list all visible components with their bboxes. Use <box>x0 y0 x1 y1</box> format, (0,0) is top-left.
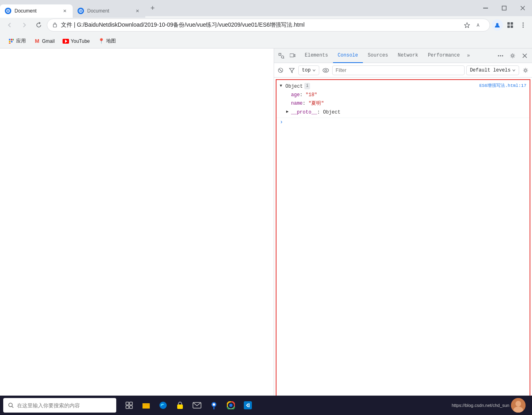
dt-tab-elements[interactable]: Elements <box>300 48 333 63</box>
svg-rect-6 <box>483 8 488 8</box>
obj-age-value: "18" <box>306 91 317 99</box>
console-prompt[interactable]: › <box>276 118 530 126</box>
svg-point-59 <box>213 403 215 406</box>
obj-colon-2: : <box>303 100 308 107</box>
taskbar-explorer-icon[interactable] <box>138 396 154 415</box>
menu-button[interactable] <box>517 19 529 31</box>
devtools-more-button[interactable] <box>495 50 506 61</box>
svg-text:A: A <box>477 23 480 27</box>
taskbar-search-input[interactable] <box>17 402 106 409</box>
svg-rect-49 <box>130 402 132 405</box>
close-button[interactable] <box>513 0 532 16</box>
console-source-link[interactable]: ES6增强写法.html:17 <box>473 82 526 90</box>
taskbar-url-text: https://blog.csdn.net/chd_sun <box>452 403 509 408</box>
dt-more-tabs-button[interactable]: » <box>465 53 472 59</box>
obj-proto-key: __proto__ <box>291 109 317 116</box>
new-tab-button[interactable]: + <box>147 2 158 14</box>
svg-marker-11 <box>465 23 470 28</box>
bookmark-apps[interactable]: 应用 <box>5 36 29 46</box>
devtools-settings-button[interactable] <box>507 50 518 61</box>
taskbar-icons <box>121 396 256 415</box>
taskbar-security-icon[interactable] <box>172 396 188 415</box>
console-settings-button[interactable] <box>521 65 530 75</box>
window-controls <box>476 0 532 16</box>
svg-rect-51 <box>130 406 132 409</box>
obj-proto-row: ▶ __proto__ : Object <box>280 108 473 117</box>
devtools-header-right <box>493 50 532 61</box>
svg-point-46 <box>9 403 13 407</box>
page-area <box>0 48 274 415</box>
taskbar-search-icon <box>8 402 14 408</box>
svg-marker-42 <box>289 68 294 73</box>
profile-button[interactable] <box>492 19 503 31</box>
eye-button[interactable] <box>321 65 331 75</box>
tab-1-close[interactable]: ✕ <box>61 8 68 14</box>
svg-rect-50 <box>126 406 129 409</box>
svg-line-31 <box>283 58 284 59</box>
devtools-close-button[interactable] <box>519 50 530 61</box>
tab-1-favicon <box>5 8 11 14</box>
dt-tab-network[interactable]: Network <box>393 48 423 63</box>
devtools-responsive-button[interactable] <box>287 50 298 61</box>
obj-name-key: name <box>291 100 303 107</box>
taskbar-taskview-icon[interactable] <box>121 396 137 415</box>
obj-name-value: "夏明" <box>308 100 324 107</box>
bookmark-star-button[interactable] <box>461 19 473 31</box>
taskbar-chrome-icon[interactable] <box>223 396 239 415</box>
taskbar: https://blog.csdn.net/chd_sun <box>0 396 532 415</box>
taskbar-mail-icon[interactable] <box>189 396 205 415</box>
clear-console-button[interactable] <box>276 65 285 75</box>
svg-rect-26 <box>9 43 10 44</box>
forward-button[interactable] <box>18 19 31 32</box>
log-levels-selector[interactable]: Default levels <box>466 65 519 75</box>
tab-2-favicon <box>77 8 84 14</box>
obj-proto-colon: : <box>317 109 323 116</box>
minimize-button[interactable] <box>476 0 495 16</box>
svg-line-47 <box>12 407 14 408</box>
svg-rect-16 <box>507 25 510 28</box>
translate-button[interactable]: A <box>473 19 485 31</box>
console-caret-icon: › <box>280 119 283 125</box>
gmail-icon: M <box>34 38 40 44</box>
taskbar-vscode-icon[interactable] <box>240 396 256 415</box>
dt-tab-sources[interactable]: Sources <box>363 48 393 63</box>
svg-point-44 <box>325 69 327 71</box>
devtools-inspect-button[interactable] <box>276 50 287 61</box>
taskbar-edge-icon[interactable] <box>155 396 171 415</box>
filter-input[interactable] <box>332 65 465 75</box>
address-actions: A <box>461 19 485 31</box>
tab-1-title: Document <box>15 8 58 14</box>
svg-rect-63 <box>244 401 252 409</box>
obj-expand-root[interactable]: ▼ <box>280 83 285 89</box>
reload-button[interactable] <box>32 19 45 32</box>
back-button[interactable] <box>3 19 16 32</box>
bookmark-youtube-label: YouTube <box>71 38 90 44</box>
extensions-button[interactable] <box>505 19 516 31</box>
bookmark-maps[interactable]: 📍 地图 <box>95 36 119 46</box>
context-selector[interactable]: top <box>298 65 319 75</box>
dt-tab-performance[interactable]: Performance <box>423 48 465 63</box>
dt-tab-console[interactable]: Console <box>333 48 363 63</box>
avatar-image <box>511 398 526 413</box>
taskbar-avatar[interactable] <box>511 398 526 413</box>
tab-1-active[interactable]: Document ✕ <box>0 4 73 18</box>
tab-2-close[interactable]: ✕ <box>134 8 140 14</box>
svg-rect-29 <box>279 53 281 55</box>
obj-age-row: age : "18" <box>280 91 473 99</box>
tab-2-inactive[interactable]: Document ✕ <box>73 4 145 18</box>
bookmark-gmail[interactable]: M Gmail <box>31 36 58 46</box>
tab-2-title: Document <box>87 8 131 14</box>
obj-proto-value: Object <box>323 109 340 116</box>
filter-button[interactable] <box>287 65 297 75</box>
taskbar-search[interactable] <box>3 398 116 413</box>
obj-expand-proto[interactable]: ▶ <box>286 109 291 115</box>
svg-rect-14 <box>507 22 510 25</box>
svg-rect-10 <box>53 24 57 27</box>
devtools-left-icons <box>274 50 300 61</box>
address-bar[interactable]: 文件 | G:/BaiduNetdiskDownload/2019-10-09备… <box>47 19 490 32</box>
bookmark-youtube[interactable]: YouTube <box>59 36 93 46</box>
svg-point-19 <box>523 25 524 26</box>
maximize-button[interactable] <box>495 0 513 16</box>
taskbar-maps-icon[interactable] <box>206 396 222 415</box>
devtools-header: Elements Console Sources Network Perform… <box>274 48 532 63</box>
